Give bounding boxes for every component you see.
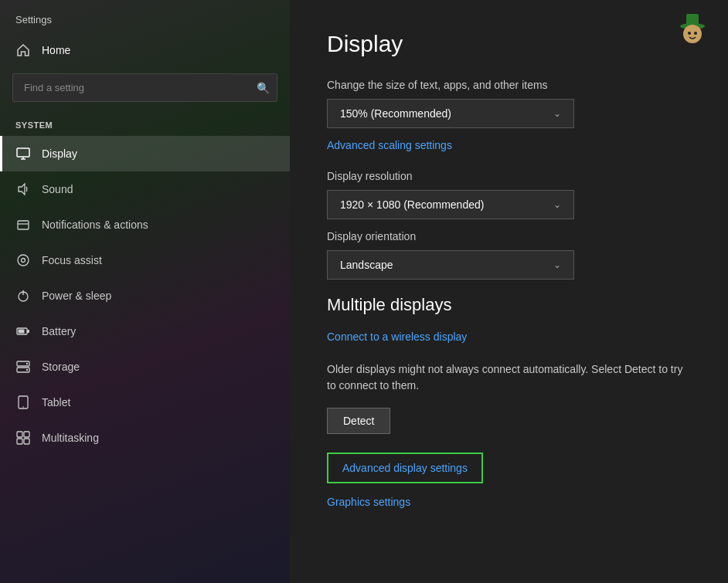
notifications-icon [15,217,31,232]
battery-label: Battery [42,325,76,337]
battery-icon [15,324,31,339]
svg-rect-12 [19,330,25,334]
sidebar-item-display[interactable]: Display [0,136,290,171]
home-label: Home [42,44,70,56]
storage-label: Storage [42,361,80,373]
svg-rect-21 [17,439,22,444]
app-title: Settings [0,0,290,33]
svg-point-18 [22,406,24,408]
resolution-dropdown[interactable]: 1920 × 1080 (Recommended) ⌄ [327,190,574,219]
orientation-chevron-icon: ⌄ [553,259,561,270]
sound-label: Sound [42,183,73,195]
display-icon [15,146,31,161]
graphics-settings-link[interactable]: Graphics settings [327,496,410,508]
multitasking-icon [15,430,31,446]
sidebar-item-tablet[interactable]: Tablet [0,385,290,420]
orientation-value: Landscape [340,259,393,271]
resolution-label: Display resolution [327,170,691,182]
scale-dropdown[interactable]: 150% (Recommended) ⌄ [327,99,574,128]
orientation-label: Display orientation [327,230,691,242]
display-label: Display [42,147,77,160]
advanced-scaling-link[interactable]: Advanced scaling settings [327,139,452,151]
scale-label: Change the size of text, apps, and other… [327,79,691,91]
storage-icon [15,359,31,375]
sound-icon [15,181,31,197]
older-displays-desc: Older displays might not always connect … [327,361,691,394]
search-container: 🔍 [12,73,277,102]
resolution-chevron-icon: ⌄ [553,199,561,210]
svg-rect-4 [18,221,29,229]
sidebar-item-battery[interactable]: Battery [0,314,290,349]
power-label: Power & sleep [42,290,111,302]
svg-point-15 [26,363,28,364]
avatar-area [672,9,713,52]
svg-rect-11 [27,330,29,333]
svg-rect-22 [24,439,29,444]
sidebar-item-notifications[interactable]: Notifications & actions [0,207,290,242]
svg-point-16 [26,369,28,371]
power-icon [15,288,31,303]
notifications-label: Notifications & actions [42,219,148,231]
svg-point-6 [18,255,29,266]
search-input[interactable] [12,73,277,102]
sidebar-item-storage[interactable]: Storage [0,349,290,385]
resolution-value: 1920 × 1080 (Recommended) [340,198,484,211]
system-section-label: System [0,114,290,136]
advanced-display-settings-link[interactable]: Advanced display settings [327,453,483,483]
page-title: Display [327,31,691,57]
svg-rect-0 [17,148,29,157]
orientation-dropdown[interactable]: Landscape ⌄ [327,250,574,280]
multiple-displays-section: Multiple displays Connect to a wireless … [327,295,691,527]
sidebar-item-power[interactable]: Power & sleep [0,278,290,314]
avatar [672,9,713,49]
svg-point-27 [694,32,697,35]
home-icon [15,42,31,58]
sidebar-item-focus[interactable]: Focus assist [0,242,290,278]
multiple-displays-heading: Multiple displays [327,295,691,315]
wireless-display-link[interactable]: Connect to a wireless display [327,330,467,343]
sidebar-item-multitasking[interactable]: Multitasking [0,420,290,456]
tablet-icon [15,395,31,410]
sidebar: Settings Home 🔍 System Display [0,0,290,583]
main-content: Display Change the size of text, apps, a… [290,0,728,583]
focus-icon [15,253,31,268]
search-icon: 🔍 [257,82,270,94]
sidebar-item-home[interactable]: Home [0,33,290,67]
focus-label: Focus assist [42,254,102,266]
svg-rect-20 [24,432,29,437]
multitasking-label: Multitasking [42,432,99,444]
scale-value: 150% (Recommended) [340,107,451,120]
detect-button[interactable]: Detect [327,408,390,434]
sidebar-item-sound[interactable]: Sound [0,171,290,207]
tablet-label: Tablet [42,396,70,408]
svg-marker-3 [19,184,25,195]
svg-point-25 [683,25,702,43]
scale-chevron-icon: ⌄ [553,108,561,119]
svg-point-26 [688,32,691,35]
svg-rect-19 [17,432,22,437]
svg-point-7 [22,259,26,263]
